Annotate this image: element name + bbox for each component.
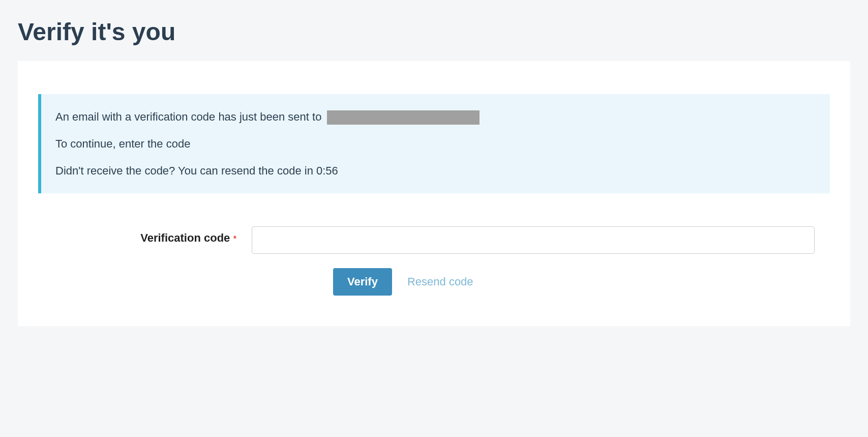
redacted-email [327, 110, 480, 125]
page-title: Verify it's you [18, 18, 850, 46]
verify-button[interactable]: Verify [333, 268, 392, 296]
resend-code-link[interactable]: Resend code [407, 275, 473, 288]
info-line-email-sent: An email with a verification code has ju… [55, 108, 816, 125]
verification-code-input[interactable] [252, 226, 815, 254]
verification-code-label: Verification code [140, 231, 230, 244]
info-banner: An email with a verification code has ju… [38, 94, 830, 193]
info-line-continue: To continue, enter the code [55, 135, 816, 152]
required-indicator: * [233, 235, 236, 243]
verification-code-row: Verification code * [38, 226, 830, 254]
info-line-email-sent-text: An email with a verification code has ju… [55, 110, 325, 123]
verification-code-input-wrap [252, 226, 830, 254]
info-line-resend-countdown: Didn't receive the code? You can resend … [55, 162, 816, 179]
verification-card: An email with a verification code has ju… [18, 61, 850, 326]
action-row: Verify Resend code [333, 268, 830, 296]
verification-code-label-wrap: Verification code * [38, 226, 236, 245]
